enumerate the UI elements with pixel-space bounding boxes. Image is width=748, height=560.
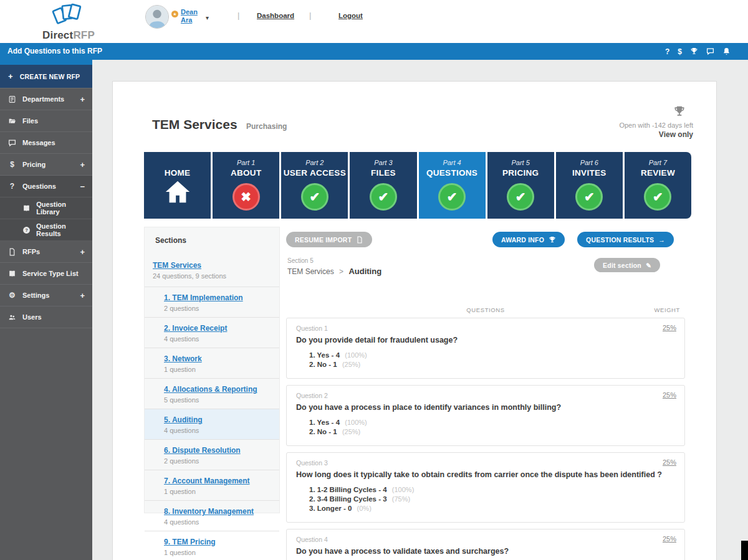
question-weight-link[interactable]: 25% bbox=[663, 324, 676, 331]
tab-label: REVIEW bbox=[625, 168, 691, 178]
answer-label: 2. 3-4 Billing Cycles - 3 bbox=[309, 495, 387, 503]
section-number-label: Section 5 bbox=[287, 257, 314, 264]
answer-label: 1. 1-2 Billing Cycles - 4 bbox=[309, 486, 387, 493]
plus-icon: + bbox=[8, 72, 13, 81]
breadcrumb-root[interactable]: TEM Services bbox=[287, 267, 334, 276]
chat-icon[interactable] bbox=[706, 47, 714, 55]
section-link[interactable]: 2. Invoice Receipt bbox=[164, 324, 227, 333]
tab-questions[interactable]: Part 4 QUESTIONS bbox=[419, 152, 486, 219]
tab-about[interactable]: Part 1 ABOUT bbox=[213, 152, 279, 219]
section-item-network[interactable]: 3. Network 1 question bbox=[145, 348, 279, 378]
question-weight-link[interactable]: 25% bbox=[663, 535, 676, 543]
section-link[interactable]: 1. TEM Implemenation bbox=[164, 293, 243, 302]
tab-label: USER ACCESS bbox=[281, 168, 348, 178]
trophy-icon[interactable] bbox=[690, 47, 698, 55]
section-link[interactable]: 5. Auditing bbox=[164, 415, 203, 424]
tab-user-access[interactable]: Part 2 USER ACCESS bbox=[281, 152, 348, 219]
section-link[interactable]: 8. Inventory Management bbox=[164, 507, 254, 516]
expand-toggle-icon[interactable]: − bbox=[80, 182, 85, 191]
sections-root: TEM Services 24 questions, 9 sections bbox=[153, 259, 279, 280]
create-new-rfp-label: CREATE NEW RFP bbox=[20, 73, 80, 80]
tab-invites[interactable]: Part 6 INVITES bbox=[556, 152, 623, 219]
resume-import-button[interactable]: RESUME IMPORT bbox=[286, 232, 372, 247]
create-new-rfp-button[interactable]: + CREATE NEW RFP bbox=[0, 65, 92, 88]
section-item-auditing[interactable]: 5. Auditing 4 questions bbox=[145, 409, 279, 439]
section-item-tem-pricing[interactable]: 9. TEM Pricing 1 question bbox=[145, 531, 279, 560]
sidebar-item-questions[interactable]: ? Questions − bbox=[0, 176, 92, 197]
page-title: TEM Services Purchasing bbox=[152, 117, 287, 132]
sidebar-item-pricing[interactable]: $ Pricing + bbox=[0, 154, 92, 176]
section-item-inventory-management[interactable]: 8. Inventory Management 4 questions bbox=[145, 500, 279, 531]
section-meta: 2 questions bbox=[164, 305, 279, 312]
sidebar-item-question-results[interactable]: ? Question Results bbox=[0, 219, 92, 241]
question-text: Do you provide detail for fraudulent usa… bbox=[296, 336, 675, 344]
book-icon bbox=[22, 204, 31, 212]
folder-icon bbox=[7, 117, 17, 125]
sections-panel: Sections TEM Services 24 questions, 9 se… bbox=[144, 227, 280, 513]
expand-toggle-icon[interactable]: + bbox=[80, 291, 85, 300]
sidebar-item-users[interactable]: Users bbox=[0, 306, 92, 328]
section-item-invoice-receipt[interactable]: 2. Invoice Receipt 4 questions bbox=[145, 317, 279, 348]
sidebar-item-departments[interactable]: Departments + bbox=[0, 88, 92, 110]
section-root-link[interactable]: TEM Services bbox=[153, 261, 201, 270]
sidebar-item-rfps[interactable]: RFPs + bbox=[0, 241, 92, 263]
answer-list: 1. Yes - 4 (100%) 2. No - 1 (25%) bbox=[309, 418, 675, 437]
tab-pricing[interactable]: Part 5 PRICING bbox=[487, 152, 554, 219]
caret-down-icon[interactable]: ▾ bbox=[206, 14, 209, 22]
expand-toggle-icon[interactable]: + bbox=[80, 95, 85, 104]
tab-status-icon bbox=[370, 183, 397, 211]
section-link[interactable]: 9. TEM Pricing bbox=[164, 538, 216, 546]
tab-home[interactable]: HOME bbox=[144, 152, 211, 219]
section-item-tem-implemenation[interactable]: 1. TEM Implemenation 2 questions bbox=[145, 287, 279, 317]
question-card-4[interactable]: Question 4 25% Do you have a process to … bbox=[286, 529, 685, 560]
question-card-3[interactable]: Question 3 25% How long does it typicall… bbox=[286, 452, 685, 523]
question-list: Question 1 25% Do you provide detail for… bbox=[286, 318, 685, 560]
sidebar-item-label: Departments bbox=[22, 95, 64, 103]
app-logo[interactable]: DirectRFP bbox=[31, 2, 106, 42]
sidebar-item-settings[interactable]: ⚙ Settings + bbox=[0, 285, 92, 306]
user-menu[interactable]: ★ Dean Ara ▾ bbox=[181, 8, 198, 24]
expand-toggle-icon[interactable]: + bbox=[80, 160, 85, 169]
section-link[interactable]: 4. Allocations & Reporting bbox=[164, 385, 257, 394]
dashboard-link[interactable]: Dashboard bbox=[257, 12, 294, 19]
logout-link[interactable]: Logout bbox=[338, 12, 363, 19]
answer-percent: (25%) bbox=[342, 361, 360, 368]
question-weight-link[interactable]: 25% bbox=[663, 391, 676, 399]
section-meta: 4 questions bbox=[164, 427, 279, 434]
section-item-dispute-resolution[interactable]: 6. Dispute Resolution 2 questions bbox=[145, 439, 279, 470]
section-item-allocations-reporting[interactable]: 4. Allocations & Reporting 5 questions bbox=[145, 378, 279, 409]
edit-section-button[interactable]: Edit section ✎ bbox=[594, 258, 660, 272]
answer-percent: (0%) bbox=[357, 505, 372, 512]
question-weight-link[interactable]: 25% bbox=[663, 458, 676, 466]
person-avatar-icon bbox=[146, 6, 168, 28]
section-link[interactable]: 3. Network bbox=[164, 354, 202, 363]
user-avatar[interactable] bbox=[145, 5, 169, 29]
user-first-name[interactable]: Dean bbox=[181, 8, 198, 16]
question-card-2[interactable]: Question 2 25% Do you have a process in … bbox=[286, 385, 685, 446]
section-link[interactable]: 7. Account Management bbox=[164, 477, 250, 485]
expand-toggle-icon[interactable]: + bbox=[80, 247, 85, 257]
sidebar-item-files[interactable]: Files bbox=[0, 110, 92, 132]
arrow-right-icon: → bbox=[658, 236, 665, 244]
rfp-status: Open with -142 days left View only bbox=[619, 105, 693, 139]
answer-list: 1. 1-2 Billing Cycles - 4 (100%) 2. 3-4 … bbox=[309, 485, 675, 513]
question-icon: ? bbox=[7, 182, 17, 191]
award-info-button[interactable]: AWARD INFO bbox=[492, 232, 565, 247]
user-last-name[interactable]: Ara bbox=[181, 16, 198, 24]
help-icon[interactable]: ? bbox=[665, 47, 669, 56]
question-card-1[interactable]: Question 1 25% Do you provide detail for… bbox=[286, 318, 685, 379]
bell-icon[interactable] bbox=[722, 47, 731, 55]
tab-files[interactable]: Part 3 FILES bbox=[350, 152, 416, 219]
users-icon bbox=[7, 313, 17, 321]
section-item-account-management[interactable]: 7. Account Management 1 question bbox=[145, 470, 279, 500]
star-badge-icon: ★ bbox=[171, 11, 178, 17]
sidebar-item-service-type-list[interactable]: Service Type List bbox=[0, 263, 92, 285]
status-open-text: Open with -142 days left bbox=[619, 121, 693, 129]
sidebar-item-question-library[interactable]: Question Library bbox=[0, 197, 92, 219]
sidebar-item-messages[interactable]: Messages bbox=[0, 132, 92, 154]
question-results-button[interactable]: QUESTION RESULTS → bbox=[577, 232, 674, 247]
tab-review[interactable]: Part 7 REVIEW bbox=[625, 152, 691, 219]
rfp-step-tabs: HOME Part 1 ABOUT Part 2 USER ACCESS bbox=[144, 152, 691, 219]
dollar-icon[interactable]: $ bbox=[678, 47, 682, 56]
section-link[interactable]: 6. Dispute Resolution bbox=[164, 446, 241, 455]
